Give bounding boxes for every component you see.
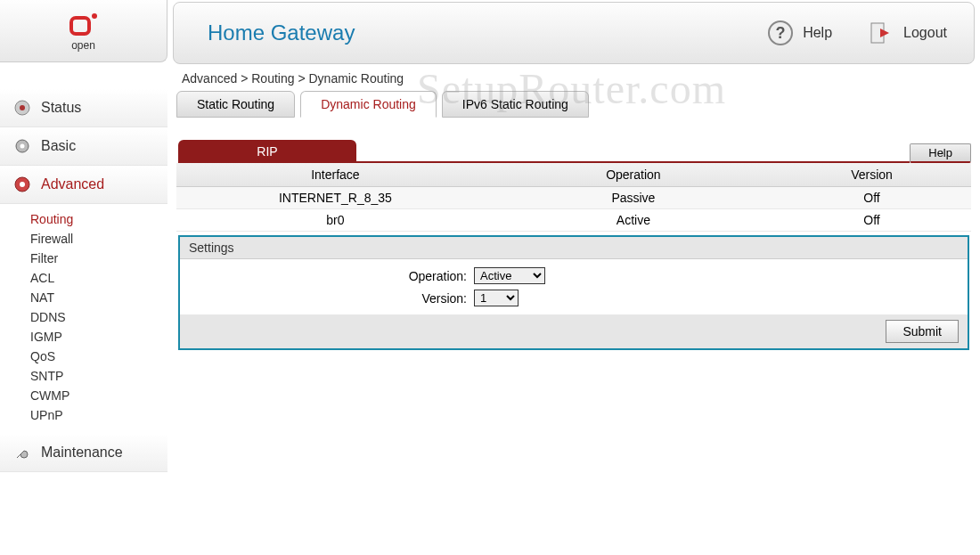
logout-label: Logout <box>903 25 947 41</box>
operation-label: Operation: <box>180 269 474 283</box>
logo-area: open <box>0 0 167 62</box>
svg-marker-11 <box>880 29 889 37</box>
status-icon <box>12 98 32 118</box>
cell-operation: Active <box>494 209 772 232</box>
advanced-gear-icon <box>12 175 32 194</box>
col-version: Version <box>772 163 971 187</box>
tab-row: Static Routing Dynamic Routing IPv6 Stat… <box>176 91 971 118</box>
panel-help-button[interactable]: Help <box>910 143 971 163</box>
svg-point-3 <box>20 105 25 110</box>
wrench-icon <box>12 443 32 462</box>
sub-nav-qos[interactable]: QoS <box>30 347 167 366</box>
breadcrumb-part: Dynamic Routing <box>308 71 404 86</box>
cell-version: Off <box>772 187 971 209</box>
sidebar-item-advanced[interactable]: Advanced <box>0 166 167 204</box>
breadcrumb-part: Routing <box>251 71 294 86</box>
sub-nav-routing[interactable]: Routing <box>30 209 167 229</box>
col-interface: Interface <box>176 163 494 187</box>
tab-ipv6-static-routing[interactable]: IPv6 Static Routing <box>442 91 589 118</box>
sub-nav-cwmp[interactable]: CWMP <box>30 386 167 405</box>
svg-point-5 <box>20 144 25 149</box>
sub-nav-filter[interactable]: Filter <box>30 249 167 268</box>
version-select[interactable]: 1 <box>474 290 519 306</box>
table-row[interactable]: INTERNET_R_8_35 Passive Off <box>176 187 971 209</box>
svg-text:?: ? <box>776 24 786 42</box>
settings-footer: Submit <box>180 314 968 348</box>
sidebar-item-label: Advanced <box>41 176 104 192</box>
table-row[interactable]: br0 Active Off <box>176 209 971 232</box>
sidebar: open Status Basic Advanced <box>0 0 167 555</box>
sidebar-item-label: Maintenance <box>41 445 123 461</box>
rip-table: Interface Operation Version INTERNET_R_8… <box>176 163 971 232</box>
sub-tab-row: RIP Help <box>176 140 971 163</box>
sub-nav-ddns[interactable]: DDNS <box>30 307 167 327</box>
table-header-row: Interface Operation Version <box>176 163 971 187</box>
logout-icon <box>868 20 894 46</box>
app-container: open Status Basic Advanced <box>0 0 980 555</box>
help-label: Help <box>803 25 832 41</box>
nav-section: Status Basic Advanced Routing Firewall F… <box>0 89 167 472</box>
logout-button[interactable]: Logout <box>868 20 947 46</box>
svg-point-7 <box>20 182 25 187</box>
version-label: Version: <box>180 291 474 306</box>
logo-text: open <box>71 39 95 52</box>
logo-icon <box>66 11 102 37</box>
sidebar-item-status[interactable]: Status <box>0 89 167 127</box>
sidebar-item-basic[interactable]: Basic <box>0 127 167 166</box>
svg-point-1 <box>92 13 97 19</box>
settings-panel: Settings Operation: Active Version: <box>178 235 969 350</box>
breadcrumb-part: Advanced <box>182 71 237 86</box>
col-operation: Operation <box>494 163 772 187</box>
cell-interface: br0 <box>176 209 494 232</box>
cell-interface: INTERNET_R_8_35 <box>176 187 494 209</box>
sub-tab-rip[interactable]: RIP <box>178 140 356 163</box>
settings-body: Operation: Active Version: 1 <box>180 259 968 314</box>
tab-static-routing[interactable]: Static Routing <box>176 91 295 118</box>
cell-operation: Passive <box>494 187 772 209</box>
main-area: Home Gateway ? Help Logout Advanced > Ro… <box>167 0 980 555</box>
gear-icon <box>12 136 32 156</box>
sub-nav-acl[interactable]: ACL <box>30 268 167 288</box>
sub-nav-igmp[interactable]: IGMP <box>30 327 167 347</box>
tab-dynamic-routing[interactable]: Dynamic Routing <box>300 91 437 118</box>
help-icon: ? <box>767 20 794 46</box>
breadcrumb: Advanced > Routing > Dynamic Routing <box>173 64 980 91</box>
sidebar-item-label: Basic <box>41 138 76 154</box>
settings-title: Settings <box>180 237 968 259</box>
sidebar-item-maintenance[interactable]: Maintenance <box>0 434 167 472</box>
settings-row-version: Version: 1 <box>180 287 968 309</box>
help-button[interactable]: ? Help <box>767 20 832 46</box>
sub-nav-sntp[interactable]: SNTP <box>30 366 167 386</box>
sub-nav-firewall[interactable]: Firewall <box>30 229 167 249</box>
submit-button[interactable]: Submit <box>886 320 959 343</box>
page-title: Home Gateway <box>208 20 731 45</box>
sub-nav-nat[interactable]: NAT <box>30 288 167 307</box>
content-area: RIP Help Interface Operation Version INT… <box>176 118 971 350</box>
svg-rect-0 <box>71 18 89 34</box>
settings-row-operation: Operation: Active <box>180 265 968 287</box>
sub-nav: Routing Firewall Filter ACL NAT DDNS IGM… <box>0 204 167 434</box>
operation-select[interactable]: Active <box>474 267 545 284</box>
cell-version: Off <box>772 209 971 232</box>
sidebar-item-label: Status <box>41 100 81 116</box>
sub-nav-upnp[interactable]: UPnP <box>30 405 167 425</box>
header-bar: Home Gateway ? Help Logout <box>173 2 975 64</box>
